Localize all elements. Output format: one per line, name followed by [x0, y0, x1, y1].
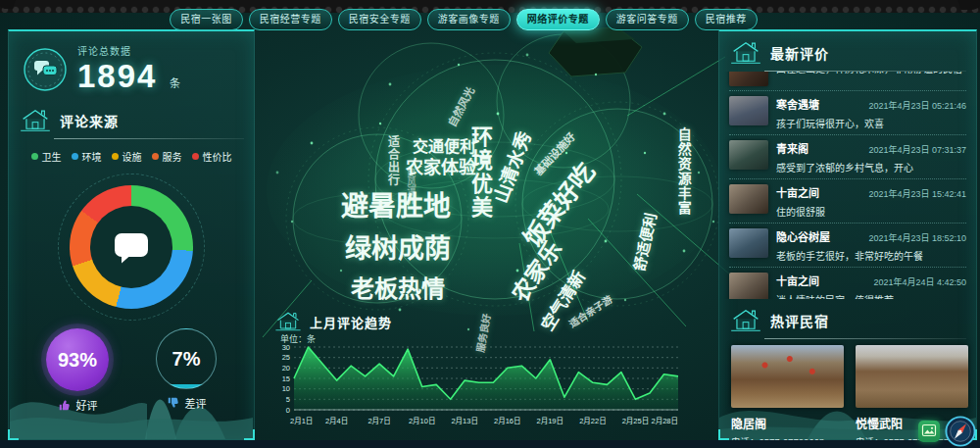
review-photo: [729, 184, 768, 214]
svg-text:2月22日: 2月22日: [579, 417, 607, 425]
rating-circles: 93% 好评 7%: [9, 321, 254, 413]
review-item[interactable]: 十亩之间 2021年4月24日 4:42:50 迷人情味的民宿，值得推荐: [729, 268, 966, 299]
trend-area-chart: 0510152025302月1日2月4日2月7日2月10日2月13日2月16日2…: [278, 341, 700, 435]
legend-dot: [152, 153, 159, 160]
compass-icon: [945, 416, 976, 447]
svg-text:2月19日: 2月19日: [537, 417, 564, 425]
review-comment: 感受到了浓郁的乡村气息，开心: [776, 160, 966, 174]
wordcloud-word: 民风淳朴: [406, 169, 415, 204]
review-comment: 曲径通幽处，禅房花木深，非常静谧的民宿: [776, 72, 966, 75]
review-timestamp: 2021年4月23日 07:31:37: [868, 143, 966, 156]
legend-item[interactable]: 性价比: [192, 149, 232, 164]
nav-tab[interactable]: 网络评价专题: [516, 9, 600, 30]
total-comments-stat: 评论总数据 1894 条: [9, 31, 254, 99]
review-comment: 孩子们玩得很开心，欢喜: [776, 116, 966, 130]
wordcloud-word: 交通便利: [413, 139, 475, 156]
review-comment: 老板的手艺很好，非常好吃的午餐: [776, 248, 966, 263]
donut-center: [90, 206, 172, 288]
legend-label: 服务: [163, 149, 182, 164]
right-panel: 最新评价 曲径通幽处，禅房花木深，非常静谧的民宿: [718, 29, 977, 440]
wordcloud-word: 自然资源丰富: [676, 127, 691, 216]
review-photo: [729, 140, 768, 170]
review-item[interactable]: 隐心谷树屋 2021年4月23日 18:52:10 老板的手艺很好，非常好吃的午…: [729, 224, 966, 268]
good-rate: 93% 好评: [46, 328, 109, 413]
trend-title: 上月评论趋势: [310, 313, 392, 331]
nav-tabs: 民宿一张图民宿经营专题民宿安全专题游客画像专题网络评价专题游客问答专题民宿推荐: [218, 9, 710, 30]
hot-homestays-header: 热评民宿: [719, 299, 976, 338]
floating-buttons: [918, 416, 976, 447]
house-icon: [729, 39, 762, 67]
wordcloud-word: 山清水秀: [491, 129, 535, 206]
comment-source-title: 评论来源: [60, 111, 119, 130]
hot-homestays-title: 热评民宿: [770, 311, 829, 330]
compass-button[interactable]: [945, 416, 976, 447]
thumb-down-icon: [167, 396, 180, 410]
review-timestamp: 2021年4月23日 15:42:41: [868, 187, 966, 200]
left-panel: 评论总数据 1894 条 评论来源 卫生: [8, 29, 255, 440]
good-rate-circle: 93%: [46, 328, 109, 391]
source-donut-chart: [58, 174, 205, 321]
svg-text:2月16日: 2月16日: [494, 417, 521, 425]
hotel-photo: [856, 345, 968, 408]
legend-label: 设施: [122, 149, 142, 164]
hotel-card[interactable]: 隐居阁 电话：0577-67722668 地址：温州市文成县武阳村村民中心旁(近…: [731, 345, 844, 448]
legend-item[interactable]: 设施: [112, 149, 142, 164]
wordcloud-word: 避暑胜地: [341, 192, 451, 221]
svg-text:2月13日: 2月13日: [451, 417, 478, 425]
legend-item[interactable]: 服务: [152, 149, 182, 164]
svg-text:2月25日: 2月25日: [622, 417, 650, 425]
svg-text:5: 5: [286, 395, 290, 404]
review-photo: [729, 228, 768, 258]
latest-reviews-title: 最新评价: [770, 43, 829, 63]
wordcloud-word: 老板热情: [351, 276, 445, 301]
review-homestay-name: 十亩之间: [776, 184, 819, 200]
review-item[interactable]: 寒舍遇塘 2021年4月23日 05:21:46 孩子们玩得很开心，欢喜: [729, 91, 966, 135]
review-timestamp: 2021年4月24日 4:42:50: [873, 275, 966, 288]
good-rate-value: 93%: [58, 349, 97, 372]
review-photo: [729, 96, 768, 125]
homestay-review-dashboard: 民宿一张图民宿经营专题民宿安全专题游客画像专题网络评价专题游客问答专题民宿推荐 …: [0, 0, 980, 448]
source-legend: 卫生 环境 设施 服务 性价比: [9, 139, 254, 166]
wordcloud-word: 舒适便利: [632, 212, 660, 273]
total-comments-value: 1894: [77, 58, 157, 94]
review-comment: 住的很舒服: [776, 204, 966, 219]
review-item[interactable]: 青来阁 2021年4月23日 07:31:37 感受到了浓郁的乡村气息，开心: [729, 135, 966, 179]
corner-bracket: [718, 429, 729, 440]
review-item[interactable]: 十亩之间 2021年4月23日 15:42:41 住的很舒服: [729, 179, 966, 224]
nav-tab[interactable]: 民宿安全专题: [338, 9, 421, 30]
legend-item[interactable]: 环境: [72, 149, 102, 164]
svg-text:30: 30: [282, 343, 290, 352]
legend-item[interactable]: 卫生: [31, 149, 62, 164]
review-photo: [729, 72, 768, 86]
bad-rate: 7% 差评: [156, 328, 217, 413]
review-homestay-name: 青来阁: [776, 140, 808, 156]
legend-label: 环境: [82, 149, 102, 164]
latest-reviews-header: 最新评价: [719, 31, 976, 71]
map-snapshot-button[interactable]: [918, 421, 940, 442]
svg-text:20: 20: [282, 364, 290, 373]
thumb-up-icon: [58, 398, 72, 412]
nav-tab[interactable]: 游客画像专题: [427, 9, 511, 30]
wordcloud-word: 农家体验: [406, 159, 476, 177]
review-list: 曲径通幽处，禅房花木深，非常静谧的民宿 寒舍遇塘 2021年4月23日 05:2…: [719, 72, 976, 299]
review-photo: [729, 273, 768, 299]
svg-text:2月4日: 2月4日: [325, 417, 348, 425]
review-homestay-name: 十亩之间: [776, 273, 819, 288]
bad-rate-label: 差评: [185, 395, 207, 411]
house-icon: [274, 310, 302, 333]
svg-text:2月10日: 2月10日: [409, 417, 436, 425]
nav-tab[interactable]: 民宿一张图: [170, 9, 243, 30]
house-icon: [729, 307, 762, 334]
nav-tab[interactable]: 游客问答专题: [606, 9, 689, 30]
picture-icon: [921, 423, 937, 438]
review-homestay-name: 寒舍遇塘: [776, 96, 819, 112]
review-homestay-name: 隐心谷树屋: [776, 228, 830, 244]
review-item[interactable]: 曲径通幽处，禅房花木深，非常静谧的民宿: [729, 72, 966, 91]
comments-icon: [23, 47, 68, 92]
review-timestamp: 2021年4月23日 18:52:10: [868, 231, 966, 244]
review-comment: 迷人情味的民宿，值得推荐: [776, 292, 966, 299]
nav-tab[interactable]: 民宿推荐: [695, 9, 758, 30]
bad-rate-circle: 7%: [156, 328, 217, 389]
nav-tab[interactable]: 民宿经营专题: [249, 9, 332, 30]
trend-header: 上月评论趋势: [274, 310, 392, 333]
